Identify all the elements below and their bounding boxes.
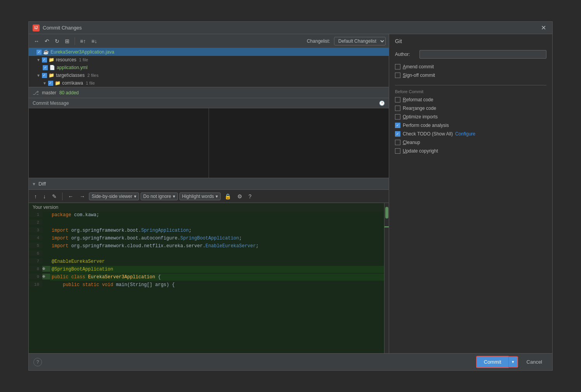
author-row: Author: [395,50,546,59]
rearrange-code-checkbox[interactable] [395,106,400,111]
collapse-arrow[interactable]: ▼ [37,73,40,78]
cleanup-checkbox[interactable] [395,140,400,145]
dialog-title: Commit Changes [43,25,539,31]
author-label: Author: [395,52,416,57]
code-line-1: 1 package com.kawa; [29,212,389,219]
folder-name: target\classes [56,73,85,78]
version-label: Your version [29,203,389,212]
folder-icon: 📁 [49,73,54,78]
tree-item-application-yml[interactable]: 📄 application.yml [29,64,389,71]
signoff-commit-label: Sign-off commit [403,73,435,78]
settings-icon[interactable]: ⚙ [235,192,245,201]
lock-icon[interactable]: 🔒 [222,192,233,201]
optimize-imports-checkbox[interactable] [395,114,400,120]
author-input[interactable] [419,50,546,59]
tree-item-resources[interactable]: ▼ 📁 resources 1 file [29,56,389,64]
commit-dropdown-arrow[interactable]: ▾ [509,356,518,368]
update-copyright-checkbox[interactable] [395,148,400,154]
side-by-side-dropdown[interactable]: Side-by-side viewer ▾ [89,193,139,200]
close-button[interactable]: ✕ [539,23,548,32]
file-checkbox[interactable] [43,65,48,70]
file-name: EurekaServer3Application.java [50,49,114,55]
bottom-right-buttons: Commit ▾ Cancel [476,356,548,368]
help-icon[interactable]: ? [246,192,254,201]
update-copyright-label: Update copyright [403,148,438,154]
commit-message-input-left[interactable] [29,108,209,178]
before-commit-title: Before Commit [395,89,546,94]
file-count: 1 file [86,81,95,85]
tree-status-bar: ⎇ master 80 added [29,87,389,98]
diff-toolbar: ↑ ↓ ✎ ← → Side-by-side viewer ▾ Do not i… [29,190,389,203]
diff-next-change-button[interactable]: ↓ [41,192,48,201]
change-marker-1 [384,226,389,227]
cancel-button[interactable]: Cancel [521,357,548,367]
help-button[interactable]: ? [33,358,42,366]
right-panel: Git Author: Amend commit Sign-off commit… [389,34,552,353]
diff-back-button[interactable]: ← [66,192,76,201]
tree-item-com-kawa[interactable]: ▼ 📁 com\kawa 1 file [29,79,389,87]
scrollbar-thumb[interactable] [385,207,388,219]
main-content: ↔ ↶ ↻ ⊞ ≡↑ ≡↓ Changelist: Default Change… [29,34,552,353]
check-todo-checkbox[interactable] [395,131,400,137]
collapse-arrow[interactable]: ▼ [43,81,47,85]
optimize-imports-label: Optimize imports [403,114,438,120]
undo-button[interactable]: ↶ [43,37,51,45]
commit-button[interactable]: Commit [476,356,509,368]
java-file-icon: ☕ [43,49,49,55]
diff-expand-icon[interactable]: ▼ [32,182,36,186]
reformat-code-checkbox[interactable] [395,97,400,102]
diff-forward-button[interactable]: → [77,192,87,201]
folder-checkbox[interactable] [48,81,53,86]
folder-checkbox[interactable] [42,57,47,62]
file-count: 1 file [79,57,88,62]
tree-item-target-classes[interactable]: ▼ 📁 target\classes 2 files [29,71,389,79]
perform-analysis-label: Perform code analysis [403,123,449,128]
move-down-button[interactable]: ≡↓ [89,37,99,45]
refresh-button[interactable]: ↻ [53,37,61,45]
divider [395,85,546,85]
diff-edit-button[interactable]: ✎ [50,192,59,201]
group-button[interactable]: ⊞ [63,37,71,45]
file-checkbox[interactable] [37,50,42,55]
left-panel: ↔ ↶ ↻ ⊞ ≡↑ ≡↓ Changelist: Default Change… [29,34,389,353]
configure-link[interactable]: Configure [455,131,475,137]
separator [75,37,75,45]
yml-file-icon: 📄 [49,65,55,70]
cleanup-row: Cleanup [395,140,546,145]
amend-commit-checkbox[interactable] [395,64,400,69]
diff-content: Your version 1 package com.kawa; 2 [29,203,389,353]
branch-icon: ⎇ [33,90,39,96]
tree-item-eureka-app[interactable]: ☕ EurekaServer3Application.java [29,48,389,56]
changelist-dropdown[interactable]: Default Changelist [334,37,386,45]
commit-dialog: IJ Commit Changes ✕ ↔ ↶ ↻ ⊞ ≡↑ ≡↓ Change… [28,21,553,371]
diff-prev-change-button[interactable]: ↑ [32,192,39,201]
collapse-arrow[interactable]: ▼ [37,58,40,62]
chevron-down-icon: ▾ [173,194,175,199]
expand-all-button[interactable]: ↔ [32,37,41,45]
code-line-7: 7 @EnableEurekaServer [29,258,389,266]
diff-section: ▼ Diff ↑ ↓ ✎ ← → Side-by-side viewer ▾ D… [29,178,389,353]
top-toolbar: ↔ ↶ ↻ ⊞ ≡↑ ≡↓ Changelist: Default Change… [29,34,389,48]
commit-message-label: Commit Message [33,101,69,106]
history-icon[interactable]: 🕐 [379,101,385,106]
rearrange-code-row: Rearrange code [395,106,546,111]
signoff-commit-checkbox[interactable] [395,73,400,78]
branch-name: master [42,90,56,95]
ignore-dropdown[interactable]: Do not ignore ▾ [141,193,178,200]
git-section-title: Git [395,38,546,46]
commit-message-section: Commit Message 🕐 [29,98,389,178]
commit-message-header: Commit Message 🕐 [29,98,389,108]
folder-checkbox[interactable] [42,73,47,78]
code-view: 1 package com.kawa; 2 3 [29,212,389,353]
chevron-down-icon: ▾ [216,194,218,199]
highlight-dropdown[interactable]: Highlight words ▾ [179,193,221,200]
diff-scrollbar[interactable] [384,203,389,353]
folder-name: com\kawa [62,80,83,86]
perform-analysis-checkbox[interactable] [395,123,400,128]
signoff-commit-row: Sign-off commit [395,73,546,78]
code-line-4: 4 import org.springframework.boot.autoco… [29,235,389,243]
diff-title: Diff [38,181,46,187]
rearrange-code-label: Rearrange code [403,106,436,111]
cleanup-label: Cleanup [403,140,420,145]
move-up-button[interactable]: ≡↑ [78,37,88,45]
